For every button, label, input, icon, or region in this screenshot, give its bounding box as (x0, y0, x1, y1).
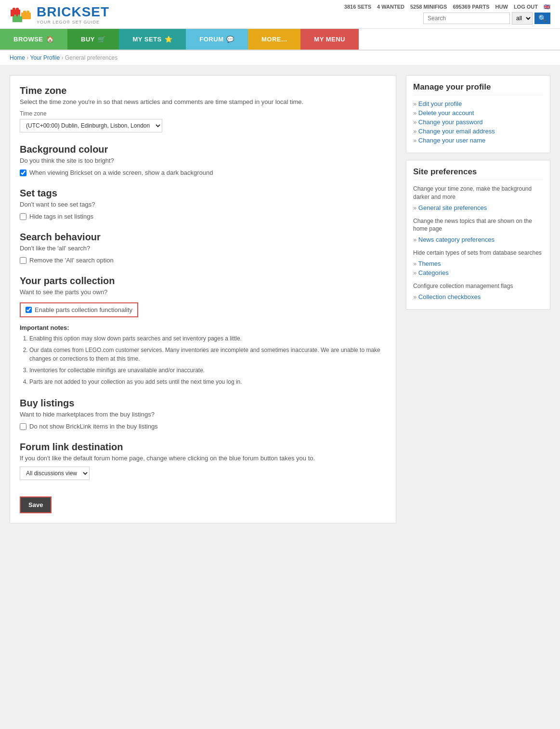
browse-button[interactable]: BROWSE 🏠 (0, 29, 67, 50)
timezone-desc: Select the time zone you're in so that n… (20, 98, 386, 105)
notes-list: Enabling this option may slow down parts… (29, 334, 386, 386)
search-behaviour-desc: Don't like the 'all' search? (20, 245, 386, 252)
parts-checkbox[interactable] (26, 307, 32, 313)
mymenu-button[interactable]: MY MENU (300, 29, 359, 50)
timezone-title: Time zone (20, 85, 386, 96)
forum-select[interactable]: All discussions view (20, 467, 90, 480)
search-checkbox-row[interactable]: Remove the 'All' search option (20, 257, 386, 264)
sidebar-profile-panel: Manage your profile Edit your profile De… (406, 75, 550, 153)
buy-desc: Want to hide marketplaces from the buy l… (20, 411, 386, 418)
svg-rect-7 (14, 14, 16, 17)
nav-logout[interactable]: LOG OUT (514, 4, 538, 10)
background-checkbox-row[interactable]: When viewing Brickset on a wide screen, … (20, 169, 386, 176)
sidebar-prefs-desc-2: Hide certain types of sets from database… (413, 249, 543, 257)
svg-rect-2 (16, 8, 19, 11)
buy-checkbox[interactable] (20, 423, 26, 430)
forum-desc: If you don't like the default forum home… (20, 455, 386, 462)
buy-title: Buy listings (20, 398, 386, 409)
logo-brickset-text: BRICKSET (37, 4, 109, 20)
mysets-button[interactable]: MY SETS ⭐ (119, 29, 186, 50)
svg-rect-1 (13, 8, 15, 11)
parts-checkbox-row[interactable]: Enable parts collection functionality (20, 302, 138, 317)
buy-checkbox-row[interactable]: Do not show BrickLink items in the buy l… (20, 423, 386, 430)
timezone-select[interactable]: (UTC+00:00) Dublin, Edinburgh, Lisbon, L… (20, 119, 162, 132)
sidebar-link-change-email[interactable]: Change your email address (413, 128, 543, 135)
forum-section: Forum link destination If you don't like… (20, 442, 386, 480)
sidebar-prefs-title: Site preferences (413, 167, 543, 180)
important-label: Important notes: (20, 324, 386, 331)
sidebar-link-news-prefs[interactable]: News category preferences (413, 236, 543, 243)
nav-parts[interactable]: 695369 PARTS (453, 4, 489, 10)
logo-area: BRICKSET YOUR LEGO® SET GUIDE (10, 4, 109, 25)
buy-button[interactable]: BUY 🛒 (67, 29, 119, 50)
parts-desc: Want to see the parts you own? (20, 288, 386, 296)
sidebar-prefs-panel: Site preferences Change your time zone, … (406, 160, 550, 310)
main-layout: Time zone Select the time zone you're in… (0, 65, 560, 533)
sidebar-link-collection-checkboxes[interactable]: Collection checkboxes (413, 293, 543, 300)
sidebar-link-general-prefs[interactable]: General site preferences (413, 204, 543, 211)
forum-button[interactable]: FORUM 💬 (186, 29, 248, 50)
buy-section: Buy listings Want to hide marketplaces f… (20, 398, 386, 430)
breadcrumb-home[interactable]: Home (10, 54, 25, 61)
background-desc: Do you think the site is too bright? (20, 157, 386, 164)
note-item-1: Enabling this option may slow down parts… (29, 334, 386, 343)
logo-sub-text: YOUR LEGO® SET GUIDE (37, 20, 109, 25)
timezone-section: Time zone Select the time zone you're in… (20, 85, 386, 132)
tags-checkbox-row[interactable]: Hide tags in set listings (20, 213, 386, 220)
timezone-label: Time zone (20, 110, 386, 117)
note-item-2: Our data comes from LEGO.com customer se… (29, 346, 386, 363)
search-scope-select[interactable]: all (512, 12, 533, 25)
forum-title: Forum link destination (20, 442, 386, 453)
nav-wanted[interactable]: 4 WANTED (377, 4, 404, 10)
header-right: 3816 SETS 4 WANTED 5258 MINIFIGS 695369 … (344, 4, 550, 25)
note-item-4: Parts are not added to your collection a… (29, 378, 386, 386)
nav-minifigs[interactable]: 5258 MINIFIGS (410, 4, 447, 10)
sidebar-link-delete-account[interactable]: Delete your account (413, 109, 543, 117)
background-section: Background colour Do you think the site … (20, 144, 386, 176)
brickset-logo-icon (10, 5, 33, 24)
more-button[interactable]: MORE... (248, 29, 300, 50)
sidebar-link-edit-profile[interactable]: Edit your profile (413, 100, 543, 107)
breadcrumb: Home › Your Profile › General preference… (0, 51, 560, 65)
search-input[interactable] (423, 13, 510, 24)
breadcrumb-current: General preferences (65, 54, 117, 61)
breadcrumb-profile[interactable]: Your Profile (30, 54, 60, 61)
background-title: Background colour (20, 144, 386, 155)
sidebar-link-themes[interactable]: Themes (413, 260, 543, 267)
sidebar-prefs-desc-3: Configure collection management flags (413, 282, 543, 290)
sidebar-prefs-desc-1: Change the news topics that are shown on… (413, 217, 543, 234)
tags-checkbox-label: Hide tags in set listings (29, 213, 93, 220)
sidebar-profile-title: Manage your profile (413, 82, 543, 95)
tags-desc: Don't want to see set tags? (20, 201, 386, 208)
nav-huw[interactable]: HUW (495, 4, 508, 10)
sidebar-link-change-username[interactable]: Change your user name (413, 137, 543, 144)
sidebar: Manage your profile Edit your profile De… (406, 75, 550, 523)
tags-title: Set tags (20, 188, 386, 199)
search-button[interactable]: 🔍 (534, 13, 550, 24)
buy-checkbox-label: Do not show BrickLink items in the buy l… (29, 423, 158, 430)
flag-icon: 🇬🇧 (544, 4, 550, 10)
search-row: all 🔍 (423, 12, 550, 25)
svg-rect-8 (18, 14, 20, 17)
parts-section: Your parts collection Want to see the pa… (20, 275, 386, 386)
tags-checkbox[interactable] (20, 213, 26, 220)
search-behaviour-title: Search behaviour (20, 232, 386, 243)
save-button[interactable]: Save (20, 496, 52, 513)
svg-rect-5 (26, 11, 29, 13)
site-header: BRICKSET YOUR LEGO® SET GUIDE 3816 SETS … (0, 0, 560, 29)
nav-bar: BROWSE 🏠 BUY 🛒 MY SETS ⭐ FORUM 💬 MORE...… (0, 29, 560, 51)
sidebar-link-change-password[interactable]: Change your password (413, 118, 543, 126)
header-nav: 3816 SETS 4 WANTED 5258 MINIFIGS 695369 … (344, 4, 550, 10)
background-checkbox[interactable] (20, 169, 26, 176)
search-checkbox[interactable] (20, 257, 26, 264)
search-checkbox-label: Remove the 'All' search option (29, 257, 114, 264)
sidebar-link-categories[interactable]: Categories (413, 269, 543, 276)
parts-title: Your parts collection (20, 275, 386, 286)
svg-rect-6 (13, 16, 22, 22)
tags-section: Set tags Don't want to see set tags? Hid… (20, 188, 386, 220)
parts-checkbox-label: Enable parts collection functionality (35, 306, 132, 313)
sidebar-prefs-desc-0: Change your time zone, make the backgrou… (413, 185, 543, 201)
nav-sets[interactable]: 3816 SETS (344, 4, 371, 10)
important-notes: Important notes: Enabling this option ma… (20, 324, 386, 386)
logo-text-area: BRICKSET YOUR LEGO® SET GUIDE (37, 4, 109, 25)
